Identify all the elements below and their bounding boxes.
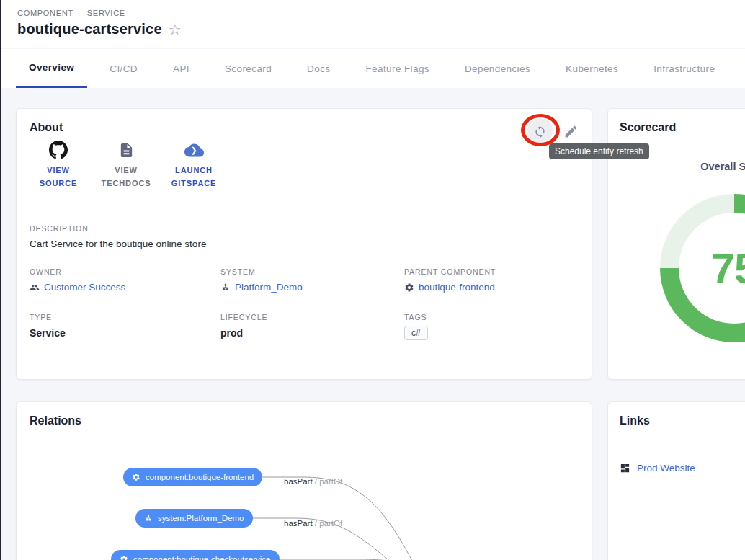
view-techdocs-label: VIEW TECHDOCS — [97, 164, 155, 190]
prod-website-link[interactable]: Prod Website — [637, 463, 695, 474]
component-gear-icon — [404, 283, 414, 293]
breadcrumb: COMPONENT — SERVICE — [17, 9, 745, 17]
relation-node-boutique-checkoutservice[interactable]: component:boutique-checkoutservice — [111, 550, 280, 560]
relations-card: Relations component:boutique-frontend sy… — [16, 401, 592, 560]
window-left-edge — [0, 0, 1, 560]
edge-label-haspart-2: hasPart / partOf — [284, 519, 342, 528]
description-field: DESCRIPTION Cart Service for the boutiqu… — [30, 224, 206, 249]
type-field: TYPE Service — [30, 313, 220, 340]
view-techdocs-button[interactable]: VIEW TECHDOCS — [94, 141, 158, 190]
dashboard-icon — [620, 463, 630, 474]
overall-score-label: Overall Score — [700, 161, 745, 172]
parent-component-label: PARENT COMPONENT — [404, 267, 577, 276]
scorecard-title: Scorecard — [620, 121, 676, 134]
link-item-prod-website: Prod Website — [620, 463, 695, 474]
view-source-label: VIEW SOURCE — [30, 164, 87, 190]
github-icon — [49, 141, 68, 159]
view-source-button[interactable]: VIEW SOURCE — [27, 141, 90, 190]
launch-gitspace-label: LAUNCH GITSPACE — [165, 164, 223, 190]
score-value: 75 — [660, 194, 745, 342]
tags-field: TAGS c# — [404, 313, 577, 340]
node-label: system:Platform_Demo — [158, 514, 244, 523]
edge-label-haspart-1: hasPart / partOf — [284, 477, 342, 486]
edit-entity-button[interactable] — [558, 118, 584, 144]
parent-component-link[interactable]: boutique-frontend — [419, 282, 495, 293]
entity-header: COMPONENT — SERVICE boutique-cartservice… — [0, 0, 745, 48]
node-label: component:boutique-checkoutservice — [133, 555, 271, 560]
system-label: SYSTEM — [220, 267, 404, 276]
about-actions: VIEW SOURCE VIEW TECHDOCS ❯ LAUNCH GITSP… — [27, 141, 226, 190]
main-content: About VIEW SOURCE VIEW TECHDOCS — [0, 88, 745, 560]
tab-cicd[interactable]: CI/CD — [97, 49, 151, 88]
group-icon — [30, 283, 40, 293]
system-icon — [220, 283, 231, 293]
tab-infrastructure[interactable]: Infrastructure — [641, 49, 728, 88]
techdocs-icon — [118, 141, 135, 159]
favorite-star-icon[interactable]: ☆ — [169, 22, 182, 37]
system-link[interactable]: Platform_Demo — [235, 282, 303, 293]
tab-docs[interactable]: Docs — [294, 49, 343, 88]
node-label: component:boutique-frontend — [146, 473, 254, 481]
description-value: Cart Service for the boutique online sto… — [30, 239, 206, 249]
refresh-tooltip: Schedule entity refresh — [549, 143, 649, 159]
tab-api[interactable]: API — [160, 49, 202, 88]
lifecycle-field: LIFECYCLE prod — [220, 313, 404, 340]
owner-label: OWNER — [30, 267, 220, 276]
lifecycle-value: prod — [220, 327, 404, 339]
links-title: Links — [620, 414, 650, 427]
relation-node-boutique-frontend[interactable]: component:boutique-frontend — [123, 468, 262, 486]
tags-label: TAGS — [404, 313, 577, 321]
parent-component-field: PARENT COMPONENT boutique-frontend — [404, 267, 577, 293]
description-label: DESCRIPTION — [30, 224, 206, 233]
launch-gitspace-button[interactable]: ❯ LAUNCH GITSPACE — [162, 141, 226, 190]
entity-tabbar: Overview CI/CD API Scorecard Docs Featur… — [0, 49, 745, 88]
type-value: Service — [30, 327, 220, 339]
component-gear-icon — [132, 473, 140, 481]
owner-link[interactable]: Customer Success — [44, 282, 125, 293]
type-label: TYPE — [30, 313, 220, 321]
system-field: SYSTEM Platform_Demo — [220, 267, 404, 293]
refresh-icon — [532, 124, 548, 139]
tab-scorecard[interactable]: Scorecard — [212, 49, 285, 88]
tab-dependencies[interactable]: Dependencies — [452, 49, 543, 88]
relation-node-platform-demo[interactable]: system:Platform_Demo — [135, 509, 253, 528]
tag-chip[interactable]: c# — [404, 326, 428, 340]
component-gear-icon — [120, 555, 128, 560]
page-title: boutique-cartservice — [17, 21, 162, 37]
tab-feature-flags[interactable]: Feature Flags — [352, 49, 442, 88]
system-icon — [144, 514, 153, 523]
about-fields-grid: OWNER Customer Success SYSTEM Platform_D… — [30, 267, 577, 340]
refresh-entity-button[interactable] — [527, 118, 553, 144]
owner-field: OWNER Customer Success — [30, 267, 220, 293]
lifecycle-label: LIFECYCLE — [220, 313, 404, 321]
tab-kubernetes[interactable]: Kubernetes — [553, 49, 631, 88]
pencil-icon — [563, 124, 579, 139]
about-title: About — [30, 121, 63, 134]
about-card: About VIEW SOURCE VIEW TECHDOCS — [16, 108, 592, 380]
cloud-gitspace-icon: ❯ — [184, 141, 204, 159]
links-card: Links Prod Website — [607, 401, 745, 560]
tab-overview[interactable]: Overview — [16, 49, 87, 88]
